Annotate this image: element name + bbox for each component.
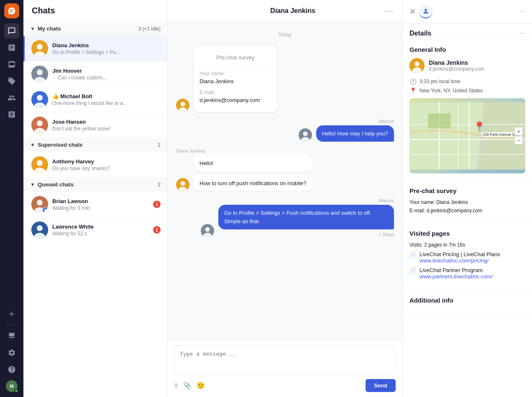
chat-preview-michael: One more thing I would like to a... — [52, 100, 161, 106]
nav-tickets[interactable] — [4, 74, 19, 89]
chat-item-anthony[interactable]: Anthony Harvey Do you have any snacks? — [23, 152, 167, 177]
general-info-email: d.jenkins@company.com — [429, 66, 484, 72]
local-time-text: 3:33 pm local time — [419, 79, 460, 84]
close-panel-button[interactable]: ✕ — [409, 7, 416, 16]
outgoing-hello-group: Marcos Hello! How may I help you? — [176, 119, 394, 142]
chat-name-lawrence: Lawrence White — [52, 224, 149, 230]
map-container[interactable]: 📍 228 Park Avenue So... + − — [409, 98, 525, 173]
diana-avatar-msg — [176, 178, 189, 191]
visited-pages-title: Visited pages — [409, 230, 525, 237]
additional-info-title: Additional info — [409, 297, 525, 304]
date-divider: Today — [176, 32, 394, 38]
my-chats-section-header[interactable]: ▼ My chats 3 (+1 idle) — [23, 21, 167, 36]
survey-bubble: Pre-chat survey Your name: Diana Jenkins… — [194, 46, 277, 112]
user-tab-icon[interactable] — [419, 5, 432, 18]
location-text: New York, NY, United States — [419, 88, 483, 94]
svg-marker-37 — [409, 102, 484, 170]
queued-chats-section-header[interactable]: ▼ Queued chats 2 — [23, 177, 167, 192]
chat-item-brian[interactable]: Brian Lawson Waiting for 3 min 1 — [23, 192, 167, 217]
nav-contacts[interactable] — [4, 90, 19, 105]
chat-info-brian: Brian Lawson Waiting for 3 min — [52, 198, 149, 211]
chat-name-brian: Brian Lawson — [52, 198, 149, 204]
nav-settings[interactable] — [4, 345, 19, 360]
nav-chats[interactable] — [4, 23, 19, 38]
page-1-url[interactable]: www.livechatinc.com/pricing/ — [419, 257, 500, 264]
hashtag-icon[interactable]: # — [174, 382, 178, 389]
nav-user-avatar[interactable]: M — [4, 379, 19, 394]
visited-pages-section: Visited pages Visits: 2 pages in 7m 16s … — [403, 223, 532, 290]
chat-info-diana: Diana Jenkins Go to Profile > Settings >… — [52, 42, 161, 55]
chat-item-jose[interactable]: Jose Hansen Don't eat the yellow snow! — [23, 112, 167, 137]
svg-point-28 — [181, 181, 185, 186]
page-2-url[interactable]: www.partners.livechatinc.com/ — [419, 273, 493, 280]
chat-info-lawrence: Lawrence White Waiting for 52 s — [52, 224, 149, 237]
general-info-user-details: Diana Jenkins d.jenkins@company.com — [429, 59, 484, 72]
svg-point-13 — [37, 160, 43, 166]
incoming-question-bubble: How to turn off push notifications on mo… — [194, 175, 312, 192]
outgoing-answer-content: Go to Profile > Settings > Push notifica… — [218, 205, 394, 237]
app-logo — [4, 3, 19, 18]
queued-chats-label: Queued chats — [38, 181, 155, 188]
avatar-brian — [31, 196, 48, 213]
message-input[interactable] — [174, 345, 396, 374]
map-zoom-controls: + − — [514, 127, 523, 145]
chat-item-lawrence[interactable]: Lawrence White Waiting for 52 s 1 — [23, 217, 167, 242]
general-info-section: General Info Diana Jenkins d.jenkins@com… — [403, 39, 532, 181]
page-2-title: LiveChat Partner Program — [419, 267, 493, 273]
supervised-chats-label: Supervised chats — [38, 142, 155, 148]
avatar-jim — [31, 66, 48, 82]
nav-analytics[interactable] — [4, 107, 19, 122]
svg-point-7 — [37, 95, 43, 101]
outgoing-hello-row: Hello! How may I help you? — [299, 125, 394, 142]
survey-name-info: Your name: Diana Jenkins — [409, 199, 525, 205]
general-info-avatar — [409, 58, 425, 73]
chat-info-jose: Jose Hansen Don't eat the yellow snow! — [52, 119, 161, 132]
nav-reports[interactable] — [4, 40, 19, 55]
survey-field-name: Your name: Diana Jenkins — [200, 70, 271, 86]
nav-monitor[interactable] — [4, 328, 19, 344]
nav-add[interactable] — [4, 306, 19, 321]
nav-divider — [7, 325, 17, 325]
messages-area: Today Pre-chat survey Your name: Diana J… — [168, 22, 402, 340]
my-chats-count: 3 (+1 idle) — [138, 26, 161, 32]
emoji-icon[interactable]: 🙂 — [197, 382, 205, 389]
chat-item-michael[interactable]: 👍Michael Bolt One more thing I would lik… — [23, 87, 167, 112]
avatar-diana — [31, 40, 48, 57]
messenger-badge — [42, 207, 48, 213]
chat-input-area: # 📎 🙂 Send — [168, 340, 402, 397]
marcos-avatar-2 — [201, 224, 214, 237]
chat-header-title: Diana Jenkins — [201, 7, 384, 15]
queued-chats-count: 2 — [158, 182, 161, 188]
map-zoom-out[interactable]: − — [514, 136, 523, 145]
chat-more-actions[interactable]: ··· — [384, 6, 394, 15]
visits-count: Visits: 2 pages in 7m 16s — [409, 242, 525, 248]
visited-page-1-info: LiveChat Pricing | LiveChat Plans www.li… — [419, 251, 500, 264]
supervised-chats-section-header[interactable]: ▼ Supervised chats 1 — [23, 137, 167, 152]
map-zoom-in[interactable]: + — [514, 127, 523, 135]
chat-name-jim: Jim Hoover — [52, 68, 161, 74]
main-chat-area: Diana Jenkins ··· Today Pre-chat survey … — [168, 0, 402, 397]
chat-name-diana: Diana Jenkins — [52, 42, 161, 48]
details-more-actions[interactable]: ··· — [520, 8, 525, 15]
supervised-chats-count: 1 — [158, 142, 161, 148]
nav-help[interactable] — [4, 362, 19, 377]
chat-item-diana[interactable]: Diana Jenkins Go to Profile > Settings >… — [23, 36, 167, 61]
lawrence-unread-badge: 1 — [153, 226, 161, 234]
svg-point-31 — [205, 227, 210, 232]
attachment-icon[interactable]: 📎 — [183, 382, 192, 389]
visited-page-2: 📄 LiveChat Partner Program www.partners.… — [409, 267, 525, 280]
chat-preview-lawrence: Waiting for 52 s — [52, 231, 149, 237]
chat-preview-anthony: Do you have any snacks? — [52, 165, 161, 171]
chat-header: Diana Jenkins ··· — [168, 0, 402, 22]
incoming-diana-row: Hello! How to turn off push notification… — [176, 155, 394, 191]
chat-preview-diana: Go to Profile > Settings > Pu... — [52, 49, 161, 55]
svg-point-19 — [37, 225, 43, 231]
chat-info-michael: 👍Michael Bolt One more thing I would lik… — [52, 93, 161, 106]
send-button[interactable]: Send — [366, 379, 396, 392]
details-options-icon[interactable]: ··· — [520, 30, 525, 37]
chat-item-jim[interactable]: Jim Hoover ··· Can I create custom... — [23, 61, 167, 87]
incoming-sender-diana: Diana Jenkins — [176, 148, 394, 153]
chat-name-jose: Jose Hansen — [52, 119, 161, 125]
outgoing-answer-group: Marcos Go to Profile > Settings > Push n… — [176, 198, 394, 237]
nav-inbox[interactable] — [4, 57, 19, 72]
